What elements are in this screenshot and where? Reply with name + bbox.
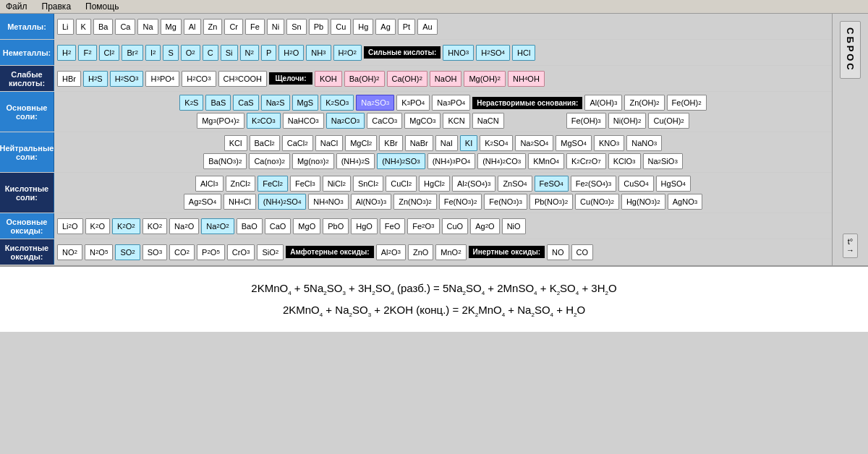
cell-CrO3[interactable]: CrO3 (227, 244, 255, 260)
cell-ZnSO4[interactable]: ZnSO4 (498, 176, 532, 192)
cell-H2SO3[interactable]: H2SO3 (110, 71, 144, 87)
cell-HNO3[interactable]: HNO3 (443, 45, 474, 61)
cell-Al2SO43[interactable]: Al2(SO4)3 (452, 176, 495, 192)
cell-CaCO3[interactable]: CaCO3 (367, 113, 402, 129)
temp-button[interactable]: t°→ (843, 234, 858, 258)
cell-ZnNO32[interactable]: Zn(NO3)2 (393, 194, 437, 210)
cell-KNO3[interactable]: KNO3 (594, 135, 624, 151)
cell-NaCN[interactable]: NaCN (472, 113, 504, 129)
cell-HCl[interactable]: HCl (512, 45, 535, 61)
cell-CH3COOH[interactable]: CH3COOH (218, 71, 267, 87)
cell-KMnO4[interactable]: KMnO4 (528, 153, 564, 169)
cell-NiCl2[interactable]: NiCl2 (323, 176, 351, 192)
cell-SnCl2[interactable]: SnCl2 (353, 176, 383, 192)
cell-Fe[interactable]: Fe (245, 19, 265, 35)
cell-Sn[interactable]: Sn (286, 19, 306, 35)
cell-FeCl3[interactable]: FeCl3 (290, 176, 320, 192)
cell-CO2[interactable]: CO2 (169, 244, 195, 260)
cell-MgCO3[interactable]: MgCO3 (404, 113, 441, 129)
cell-I2[interactable]: I2 (145, 45, 161, 61)
cell-PbNO32[interactable]: Pb(NO3)2 (529, 194, 573, 210)
cell-K[interactable]: K (76, 19, 91, 35)
cell-Al[interactable]: Al (184, 19, 201, 35)
cell-BaS[interactable]: BaS (205, 95, 231, 111)
cell-SO2[interactable]: SO2 (115, 244, 140, 260)
cell-PbO[interactable]: PbO (323, 218, 349, 234)
cell-N2[interactable]: N2 (240, 45, 259, 61)
cell-Al2O3[interactable]: Al2O3 (376, 244, 406, 260)
cell-NiO[interactable]: NiO (502, 218, 526, 234)
cell-NaBr[interactable]: NaBr (405, 135, 433, 151)
cell-K2O2[interactable]: K2O2 (112, 218, 140, 234)
cell-HgSO4[interactable]: HgSO4 (656, 176, 691, 192)
cell-Mg3PO42[interactable]: Mg3(PO4)2 (197, 113, 244, 129)
cell-NaHCO3[interactable]: NaHCO3 (283, 113, 324, 129)
cell-HgNO32[interactable]: Hg(NO3)2 (621, 194, 665, 210)
cell-Mg[interactable]: Mg (161, 19, 182, 35)
cell-KO2[interactable]: KO2 (142, 218, 167, 234)
cell-Ca[interactable]: Ca (115, 19, 135, 35)
cell-Na2S[interactable]: Na2S (261, 95, 290, 111)
cell-AlNO33[interactable]: Al(NO3)3 (351, 194, 392, 210)
cell-HgCl2[interactable]: HgCl2 (419, 176, 450, 192)
cell-NH42S[interactable]: (NH4)2S (336, 153, 375, 169)
cell-Pb[interactable]: Pb (309, 19, 328, 35)
cell-H2CO3[interactable]: H2CO3 (182, 71, 216, 87)
cell-BaO[interactable]: BaO (237, 218, 263, 234)
cell-FeOH2[interactable]: Fe(OH)2 (667, 95, 707, 111)
cell-FeSO4[interactable]: FeSO4 (535, 176, 569, 192)
cell-CuNO32[interactable]: Cu(NO3)2 (575, 194, 619, 210)
cell-Zn[interactable]: Zn (203, 19, 223, 35)
cell-P[interactable]: P (261, 45, 276, 61)
cell-FeNO33[interactable]: Fe(NO3)3 (484, 194, 527, 210)
cell-Li2O[interactable]: Li2O (57, 218, 83, 234)
cell-K2CO3[interactable]: K2CO3 (247, 113, 281, 129)
cell-FeOH3[interactable]: Fe(OH)3 (566, 113, 606, 129)
menu-help[interactable]: Помощь (85, 1, 119, 12)
menu-file[interactable]: Файл (6, 1, 27, 12)
cell-NaNO3[interactable]: NaNO3 (626, 135, 662, 151)
cell-S[interactable]: S (163, 45, 178, 61)
cell-Fe2O3[interactable]: Fe2O3 (407, 218, 439, 234)
cell-KI[interactable]: KI (460, 135, 477, 151)
cell-NH43PO4[interactable]: (NH4)3PO4 (427, 153, 476, 169)
cell-KBr[interactable]: KBr (379, 135, 402, 151)
cell-AgNO3[interactable]: AgNO3 (668, 194, 702, 210)
cell-Cr[interactable]: Cr (224, 19, 243, 35)
cell-MgNO32[interactable]: Mg(no3)2 (292, 153, 334, 169)
sbros-button[interactable]: СБРОС (840, 21, 861, 79)
cell-K2O[interactable]: K2O (85, 218, 110, 234)
cell-Na[interactable]: Na (137, 19, 158, 35)
cell-Pt[interactable]: Pt (398, 19, 415, 35)
cell-Na2CO3[interactable]: Na2CO3 (326, 113, 365, 129)
cell-NaI[interactable]: NaI (435, 135, 458, 151)
cell-CaNO32[interactable]: Ca(no3)2 (249, 153, 290, 169)
cell-BaCl2[interactable]: BaCl2 (250, 135, 280, 151)
cell-NH42CO3[interactable]: (NH4)2CO3 (477, 153, 526, 169)
cell-N2O5[interactable]: N2O5 (85, 244, 113, 260)
cell-Li[interactable]: Li (57, 19, 74, 35)
cell-NH42SO3[interactable]: (NH4)2SO3 (377, 153, 425, 169)
cell-FeO[interactable]: FeO (380, 218, 405, 234)
cell-CaO[interactable]: CaO (265, 218, 292, 234)
cell-Na2O[interactable]: Na2O (169, 218, 199, 234)
cell-Ba[interactable]: Ba (93, 19, 113, 35)
cell-NH4NO3[interactable]: NH4NO3 (308, 194, 348, 210)
cell-Na2O2[interactable]: Na2O2 (201, 218, 234, 234)
cell-SiO2[interactable]: SiO2 (257, 244, 284, 260)
cell-Ag2O[interactable]: Ag2O (470, 218, 499, 234)
cell-Na3PO4[interactable]: Na3PO4 (432, 95, 470, 111)
cell-Br2[interactable]: Br2 (122, 45, 142, 61)
cell-SO3[interactable]: SO3 (142, 244, 167, 260)
cell-Cl2[interactable]: Cl2 (99, 45, 120, 61)
cell-ZnOH2[interactable]: Zn(OH)2 (624, 95, 664, 111)
cell-NaCl[interactable]: NaCl (315, 135, 343, 151)
cell-MgO[interactable]: MgO (293, 218, 320, 234)
cell-Na2SO3[interactable]: Na2SO3 (356, 95, 394, 111)
cell-CO[interactable]: CO (571, 244, 594, 260)
cell-Si[interactable]: Si (221, 45, 238, 61)
cell-HgO[interactable]: HgO (351, 218, 378, 234)
cell-FeNO32[interactable]: Fe(NO3)2 (439, 194, 482, 210)
cell-H2O[interactable]: H2O (278, 45, 304, 61)
cell-K3PO4[interactable]: K3PO4 (396, 95, 430, 111)
